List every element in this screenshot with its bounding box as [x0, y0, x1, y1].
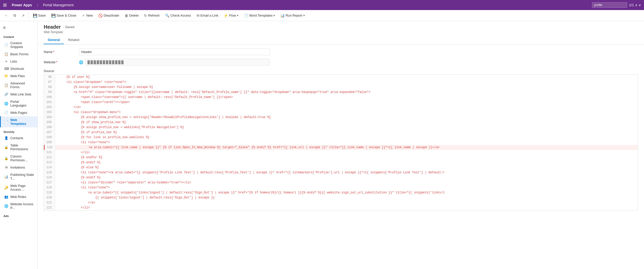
line-number: 96 — [44, 75, 55, 80]
code-line-98: 98 {% assign username=user.fullname | es… — [44, 85, 638, 90]
name-input[interactable] — [79, 48, 270, 55]
word-templates-button[interactable]: 📄 Word Templates ▾ — [241, 12, 277, 19]
sidebar-item-content-snippets[interactable]: 📄 Content Snippets — [0, 39, 37, 50]
sidebar-item-website-access[interactable]: 🌐 Website Access P... — [0, 200, 37, 211]
basic-forms-icon: 📋 — [4, 52, 8, 56]
code-line-111: 111 </li> — [44, 150, 638, 155]
app-grid-button[interactable]: ⊞ — [3, 2, 7, 8]
code-line-99: 99 <a href="#" class="dropdown-toggle" t… — [44, 90, 638, 95]
sidebar-toggle-button[interactable]: ≡ — [0, 23, 37, 32]
sidebar-item-contacts[interactable]: 👤 Contacts — [0, 134, 37, 142]
sidebar-item-shortcuts[interactable]: ⌨ Shortcuts — [0, 65, 37, 72]
content-snippets-icon: 📄 — [4, 43, 8, 47]
sidebar-item-web-templates-label: Web Templates — [10, 118, 34, 126]
top-bar: ⊞ Power Apps | Portal Management 1/1 ∧ ∨ — [0, 0, 644, 10]
code-lines: 96 {% if user %}97 <li class="dropdown" … — [44, 75, 638, 210]
code-line-109: 109 <li role="none"> — [44, 140, 638, 145]
code-line-116: 116 {% endif %} — [44, 175, 638, 180]
flow-button[interactable]: ⚡ Flow ▾ — [221, 12, 241, 19]
line-number: 109 — [44, 140, 55, 145]
column-permissions-icon: 🔒 — [4, 156, 8, 160]
tab-related[interactable]: Related — [64, 36, 83, 44]
refresh-button[interactable]: ↻ Refresh — [142, 12, 162, 19]
line-content: </li> — [55, 150, 638, 155]
sidebar-item-web-link-sets[interactable]: 🔗 Web Link Sets — [0, 91, 37, 98]
nav-up-button[interactable]: ∧ — [635, 3, 637, 7]
code-line-103: 103 <ul class="dropdown-menu"> — [44, 110, 638, 115]
sidebar-item-shortcuts-label: Shortcuts — [10, 67, 24, 71]
code-line-102: 102 </a> — [44, 105, 638, 110]
sidebar-item-basic-forms[interactable]: 📋 Basic Forms — [0, 50, 37, 58]
code-editor[interactable]: 96 {% if user %}97 <li class="dropdown" … — [44, 74, 638, 210]
command-bar: ← ⧉ ↗ 💾 Save 💾 Save & Close ＋ New 🚫 Deac… — [0, 10, 644, 21]
line-number: 102 — [44, 105, 55, 110]
delete-icon: 🗑 — [125, 14, 128, 18]
nav-down-button[interactable]: ∨ — [638, 3, 641, 7]
website-value[interactable]: ████████████ — [85, 59, 270, 66]
line-number: 105 — [44, 120, 55, 125]
sidebar-item-column-permissions[interactable]: 🔒 Column Permissio... — [0, 153, 37, 164]
code-line-115: 115 <li role="none"><a aria-label="{{ sn… — [44, 170, 638, 175]
line-content: </a> — [55, 200, 638, 205]
main-layout: ≡ Content 📄 Content Snippets 📋 Basic For… — [0, 21, 644, 269]
sidebar-item-portal-languages[interactable]: 🌐 Portal Languages — [0, 98, 37, 109]
run-report-button[interactable]: 📊 Run Report ▾ — [278, 12, 307, 19]
web-link-sets-icon: 🔗 — [4, 92, 8, 96]
sidebar-item-web-pages[interactable]: 📄 Web Pages — [0, 109, 37, 116]
line-content: {% for link in profile_nav.weblinks %} — [55, 135, 638, 140]
line-content: {% endif %} — [55, 175, 638, 180]
sidebar-item-web-roles-label: Web Roles — [10, 195, 26, 199]
code-line-107: 107 {% if profile_nav %} — [44, 130, 638, 135]
record-subtitle: Web Template — [44, 30, 638, 34]
copy-button[interactable]: ⧉ — [11, 12, 19, 19]
sidebar-item-web-files-label: Web Files — [10, 74, 25, 78]
code-line-108: 108 {% for link in profile_nav.weblinks … — [44, 135, 638, 140]
save-button[interactable]: 💾 Save — [30, 12, 48, 19]
line-number: 103 — [44, 110, 55, 115]
check-access-button[interactable]: 🔍 Check Access — [163, 12, 194, 19]
publishing-state-icon: 📊 — [4, 175, 8, 179]
sidebar-item-lists[interactable]: ≡ Lists — [0, 58, 37, 65]
table-permissions-icon: 🔒 — [4, 145, 8, 149]
search-input[interactable] — [592, 2, 627, 8]
deactivate-button[interactable]: 🚫 Deactivate — [96, 12, 121, 19]
sidebar-item-table-permissions[interactable]: 🔒 Table Permissions — [0, 142, 37, 153]
flow-chevron-icon: ▾ — [237, 14, 238, 17]
line-number: 122 — [44, 205, 55, 210]
line-content: {% assign profile_nav = weblinks['Profil… — [55, 125, 638, 130]
nav-arrows: 1/1 ∧ ∨ — [629, 3, 641, 7]
lists-icon: ≡ — [4, 60, 8, 63]
tab-general[interactable]: General — [44, 36, 64, 44]
new-label: New — [86, 14, 93, 17]
sidebar-item-web-roles[interactable]: 👥 Web Roles — [0, 193, 37, 200]
line-content: <a aria-label="{{ snippets['links/logout… — [55, 190, 638, 195]
sidebar-item-website-access-label: Website Access P... — [10, 202, 34, 210]
line-number: 120 — [44, 195, 55, 200]
back-button[interactable]: ← — [2, 12, 11, 19]
sidebar-item-invitations[interactable]: ✉ Invitations — [0, 164, 37, 171]
sidebar-item-contacts-label: Contacts — [10, 136, 23, 140]
code-line-120: 120 {{ snippets['links/logout'] | defaul… — [44, 195, 638, 200]
sidebar-section-content: Content — [0, 32, 37, 39]
new-button[interactable]: ＋ New — [79, 12, 95, 19]
line-content: </a> — [55, 105, 638, 110]
line-content: {% endif %} — [55, 160, 638, 165]
sidebar-item-web-templates[interactable]: 📄 Web Templates — [0, 116, 37, 127]
line-number: 111 — [44, 150, 55, 155]
sidebar-section-security: Security — [0, 127, 37, 134]
sidebar-item-advanced-forms[interactable]: 📋 Advanced Forms — [0, 80, 37, 91]
sidebar-item-web-page-access[interactable]: 🔑 Web Page Access ... — [0, 182, 37, 193]
code-line-105: 105 {% if show_profile_nav %} — [44, 120, 638, 125]
email-link-button[interactable]: ✉ Email a Link — [194, 12, 221, 19]
run-report-icon: 📊 — [280, 14, 285, 18]
save-close-button[interactable]: 💾 Save & Close — [49, 12, 79, 19]
sidebar-item-publishing-state[interactable]: 📊 Publishing State T... — [0, 171, 37, 182]
form-area: Name* Website* 🌐 ████████████ Source 96 … — [38, 44, 644, 269]
share-button[interactable]: ↗ — [19, 12, 27, 19]
cmd-separator-1 — [29, 13, 29, 19]
delete-button[interactable]: 🗑 Delete — [122, 12, 141, 19]
code-line-106: 106 {% assign profile_nav = weblinks['Pr… — [44, 125, 638, 130]
tabs: General Related — [44, 36, 638, 44]
sidebar-item-web-files[interactable]: 📁 Web Files — [0, 72, 37, 80]
globe-icon: 🌐 — [79, 60, 83, 64]
